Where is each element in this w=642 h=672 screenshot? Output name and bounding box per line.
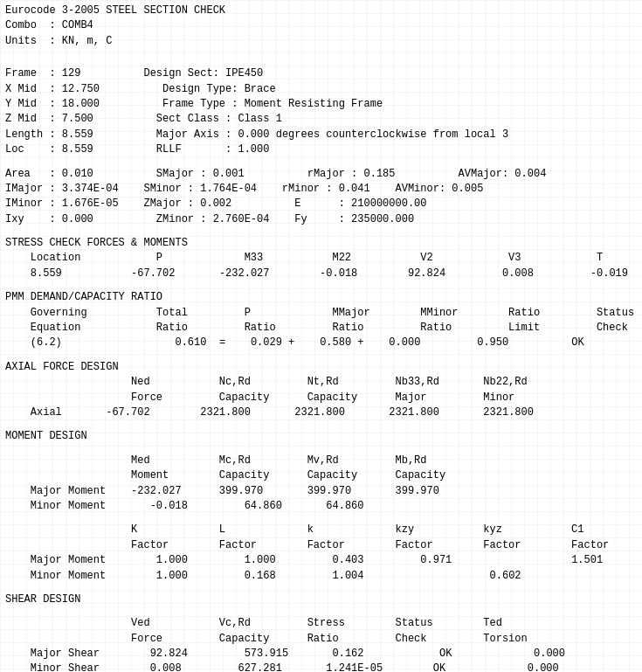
pmm-eq-num: (6.2) [31, 336, 62, 350]
pmm-eq-sign [206, 336, 218, 350]
imajor-value: 3.374E-04 [62, 182, 119, 197]
zmajor-label: ZMajor : [119, 197, 201, 211]
rminor-label: rMinor : [257, 182, 339, 197]
pmm-p [225, 336, 251, 350]
axial-nb33-value: 2321.800 [389, 405, 439, 420]
loc-label: Loc : [5, 142, 62, 157]
pmm-status [508, 336, 571, 350]
major-shear-stress [288, 647, 332, 662]
rllf-label: RLLF : [93, 142, 238, 157]
minor-mv-value: 64.860 [326, 499, 363, 514]
major-kzy-value: 0.971 [420, 553, 452, 568]
zmid-label: Z Mid : [5, 112, 62, 127]
sminor-label: SMinor : [119, 182, 201, 197]
stress-p-value: -67.702 [131, 267, 175, 281]
ymid-value: 18.000 [62, 97, 100, 112]
iminor-value: 1.676E-05 [62, 197, 119, 211]
pmm-mminor-value: 0.000 [389, 336, 420, 350]
major-l-value: 1.000 [245, 553, 276, 568]
major-mc-value: 399.970 [219, 484, 263, 499]
major-l [188, 553, 245, 568]
stress-v3-value: 0.008 [502, 267, 534, 281]
area-label: Area : [5, 167, 62, 182]
loc-value: 8.559 [62, 142, 93, 157]
major-k-value: 1.000 [156, 553, 188, 568]
major-k [106, 553, 156, 568]
axial-nb33 [345, 405, 389, 420]
pmm-title: PMM DEMAND/CAPACITY RATIO [5, 290, 162, 305]
axial-nt [251, 405, 294, 420]
pmm-status-value: OK [571, 336, 583, 350]
pmm-headers2: Equation Ratio Ratio Ratio Ratio Limit C… [5, 321, 628, 336]
pmm-eq-equals: = [219, 336, 225, 350]
major-axis-label: Major Axis : [93, 128, 238, 142]
avminor-label: AVMinor: [370, 182, 452, 197]
avmajor-label: AVMajor: [396, 167, 515, 182]
stress-v3 [445, 267, 502, 281]
pmm-mmajor-value: 0.580 [320, 336, 351, 350]
major-shear-status-value: OK [439, 647, 452, 662]
major-c1 [452, 553, 571, 568]
stress-m33 [175, 267, 218, 281]
pmm-plus2 [351, 336, 357, 350]
axial-title: AXIAL FORCE DESIGN [5, 360, 119, 375]
major-kzy [364, 553, 421, 568]
major-shear-stress-value: 0.162 [333, 647, 364, 662]
zmajor-value: 0.002 [200, 197, 231, 211]
minor-shear-ted-value: 0.000 [528, 662, 559, 672]
kl-headers2: Factor Factor Factor Factor Factor Facto… [5, 538, 609, 553]
minor-kfactor [276, 569, 333, 584]
rminor-value: 0.041 [339, 182, 370, 197]
stress-t-value: -0.019 [590, 267, 628, 281]
minor-kyz-value: 0.602 [490, 569, 521, 584]
shear-headers: Ved Vc,Rd Stress Status Ted [5, 616, 502, 631]
imajor-label: IMajor : [5, 182, 62, 197]
title: Eurocode 3-2005 STEEL SECTION CHECK [5, 3, 225, 18]
major-c1-value: 1.501 [571, 553, 603, 568]
minor-shear-stress [282, 662, 326, 672]
axial-nb22 [439, 405, 483, 420]
minor-k-value: 1.000 [156, 569, 188, 584]
length-value: 8.559 [62, 128, 93, 142]
pmm-mminor [364, 336, 390, 350]
minor-l [188, 569, 245, 584]
axial-ned: -67.702 [106, 405, 149, 420]
minor-mc-value: 64.860 [245, 499, 282, 514]
combo-value: COMB4 [62, 18, 93, 33]
stress-location: 8.559 [31, 267, 62, 281]
major-shear-label: Major Shear [5, 647, 106, 662]
major-mv [263, 484, 307, 499]
fy-value: 235000.000 [351, 212, 414, 227]
major-shear-vc [188, 647, 245, 662]
length-label: Length : [5, 128, 62, 142]
minor-kfactor-value: 1.004 [332, 569, 363, 584]
major-moment-med-value: -232.027 [131, 484, 182, 499]
frame-value: 129 [62, 66, 81, 81]
pmm-eq [5, 336, 31, 350]
pmm-ratio-limit-value: 0.950 [477, 336, 508, 350]
zminor-value: 2.760E-04 [213, 212, 270, 227]
major-shear-vc-value: 573.915 [245, 647, 288, 662]
ixy-label: Ixy : [5, 212, 62, 227]
smajor-value: 0.001 [213, 167, 245, 182]
major-shear-ted [452, 647, 534, 662]
axial-label: Axial [5, 405, 106, 420]
minor-shear-label: Minor Shear [5, 662, 106, 672]
avmajor-value: 0.004 [514, 167, 546, 182]
stress-p [62, 267, 131, 281]
axial-nc [150, 405, 201, 420]
pmm-total-value: 0.610 [175, 336, 206, 350]
pmm-p-value: 0.029 [251, 336, 282, 350]
xmid-value: 12.750 [62, 82, 100, 97]
minor-shear-ved-value: 0.008 [150, 662, 182, 672]
pmm-headers: Governing Total P MMajor MMinor Ratio St… [5, 306, 634, 321]
avminor-value: 0.005 [452, 182, 483, 197]
minor-moment-med [106, 499, 149, 514]
stress-v2 [357, 267, 408, 281]
minor-moment-med-value: -0.018 [150, 499, 188, 514]
frame-type-label: Frame Type : [100, 97, 245, 112]
e-label: E : [231, 197, 351, 211]
stress-t [534, 267, 590, 281]
minor-k [106, 569, 156, 584]
major-mb-value: 399.970 [396, 484, 439, 499]
